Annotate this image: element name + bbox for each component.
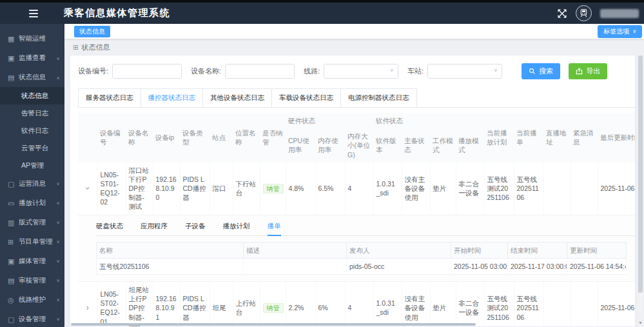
breadcrumb: ⊞ 状态信息	[73, 43, 110, 52]
line-select[interactable]: ∨	[324, 64, 398, 79]
sidebar-subitem-ap-mgmt[interactable]: AP管理	[0, 157, 64, 174]
subtab-sub-devices[interactable]: 子设备	[185, 221, 206, 235]
sidebar-item-label: 状态信息	[19, 73, 46, 82]
chevron-down-icon: ∨	[56, 278, 60, 282]
sidebar-item-label: 设备管理	[19, 315, 46, 324]
sidebar-item-monitor-view[interactable]: ▣监播查看∨	[0, 48, 64, 68]
sub-col-start-time: 开始时间	[451, 242, 508, 258]
search-icon	[529, 68, 536, 75]
col-device-ip: 设备ip	[153, 113, 180, 163]
device-name-label: 设备名称:	[191, 66, 221, 76]
sidebar: ▦智能运维▣监播查看∨▤状态信息∧状态信息告警日志软件日志云管平台AP管理▢运营…	[0, 24, 64, 327]
tab-server-status-log[interactable]: 服务器状态日志	[78, 88, 141, 107]
col-last-update: 最后更新时间	[598, 113, 635, 163]
app-header: 乘客信息媒体管理系统	[0, 3, 644, 24]
operation-message-icon: ▢	[8, 180, 19, 188]
header-actions	[557, 5, 639, 21]
sidebar-item-line-maintenance[interactable]: ◎线路维护∨	[0, 290, 64, 310]
col-current-playlist: 当前播单	[514, 113, 543, 163]
subtab-playlist[interactable]: 播单	[268, 221, 281, 236]
scroll-down-arrow-icon[interactable]: ▼	[638, 321, 643, 325]
chevron-up-icon: ∧	[56, 75, 60, 79]
sidebar-item-layout-mgmt[interactable]: ▥版式管理∨	[0, 213, 64, 232]
table-row: ›LN05-ST01-EQ12-02滘口站下行PDP控制器-测试192.168.…	[78, 163, 635, 215]
chevron-down-icon: ∨	[56, 317, 60, 321]
media-mgmt-icon: ▣	[8, 257, 19, 266]
col-device-name: 设备名称	[126, 113, 153, 163]
sidebar-subitem-cloud-platform[interactable]: 云管平台	[0, 139, 64, 157]
status-info-submenu: 状态信息告警日志软件日志云管平台AP管理	[0, 87, 64, 174]
sidebar-subitem-software-log[interactable]: 软件日志	[0, 122, 64, 139]
sidebar-item-media-mgmt[interactable]: ▣媒体管理∨	[0, 252, 64, 271]
expand-row-icon[interactable]: ›	[86, 302, 89, 313]
chevron-down-icon: ∨	[390, 68, 395, 73]
sidebar-item-status-info[interactable]: ▤状态信息∧	[0, 68, 64, 87]
chevron-down-icon: ∨	[632, 28, 636, 34]
filter-bar: 设备编号: 设备名称: 线路: ∨ 车站: ∨ 搜索 导出	[78, 63, 635, 79]
col-mem-size: 内存大小(单位G)	[345, 128, 373, 163]
subtab-disk-status[interactable]: 硬盘状态	[96, 221, 123, 235]
tab-other-device-status-log[interactable]: 其他设备状态日志	[202, 88, 272, 107]
chevron-down-icon: ∨	[56, 239, 60, 244]
tag-options-button[interactable]: 标签选项∨	[598, 25, 642, 38]
chevron-down-icon: ∨	[56, 259, 60, 263]
device-id-label: 设备编号:	[78, 66, 108, 76]
status-card: 设备编号: 设备名称: 线路: ∨ 车站: ∨ 搜索 导出 服务器状态日志	[70, 55, 636, 327]
sidebar-item-play-plan[interactable]: ▭播放计划∨	[0, 193, 64, 213]
tab-power-controller-status-log[interactable]: 电源控制器状态日志	[340, 88, 417, 107]
vertical-scrollbar-thumb[interactable]	[638, 55, 643, 293]
status-table-header: 设备编号 设备名称 设备ip 设备类型 站点 位置名称 是否纳管 硬件状态 软件…	[78, 113, 635, 163]
device-id-input[interactable]	[112, 64, 182, 79]
export-button[interactable]: 导出	[569, 63, 607, 79]
col-emergency-msg: 紧急消息	[571, 113, 598, 163]
subtab-applications[interactable]: 应用程序	[141, 221, 168, 235]
chevron-down-icon: ∨	[56, 297, 60, 302]
col-device-id: 设备编号	[97, 113, 126, 163]
sidebar-item-device-mgmt[interactable]: ▢设备管理∨	[0, 310, 64, 327]
hamburger-menu-icon[interactable]	[29, 10, 38, 17]
station-select[interactable]: ∨	[427, 64, 502, 79]
sub-col-end-time: 结束时间	[508, 242, 567, 258]
col-station: 站点	[210, 113, 233, 163]
col-master-standby: 主备状态	[402, 128, 430, 163]
vertical-scrollbar[interactable]	[638, 55, 643, 316]
sidebar-item-label: 智能运维	[19, 34, 46, 43]
group-software-status: 软件状态	[373, 113, 484, 128]
device-name-input[interactable]	[225, 64, 295, 79]
user-avatar[interactable]	[576, 5, 592, 21]
sidebar-item-review-mgmt[interactable]: ▤审核管理∨	[0, 271, 64, 290]
status-table: 设备编号 设备名称 设备ip 设备类型 站点 位置名称 是否纳管 硬件状态 软件…	[78, 113, 635, 327]
sidebar-item-label: 运营消息	[19, 179, 46, 188]
playlist-table: 名称 描述 发布人 开始时间 结束时间 更新时间 五号线20251106 pid…	[96, 242, 627, 275]
subtab-play-plan[interactable]: 播放计划	[223, 221, 250, 235]
device-mgmt-icon: ▢	[8, 315, 19, 324]
sidebar-subitem-alarm-log[interactable]: 告警日志	[0, 104, 64, 122]
smart-ops-icon: ▦	[8, 35, 19, 43]
sub-col-publisher: 发布人	[347, 242, 451, 258]
username-redacted	[600, 9, 639, 18]
col-live-url: 直播地址	[543, 113, 571, 163]
program-mgmt-icon: ⊞	[8, 238, 19, 246]
table-row: ›LN05-ST02-EQ12-01坦尾站上行PDP控制器-测试192.168.…	[78, 282, 635, 327]
active-page-tag[interactable]: 状态信息	[74, 26, 110, 37]
sidebar-item-program-mgmt[interactable]: ⊞节目单管理∨	[0, 232, 64, 252]
app-title: 乘客信息媒体管理系统	[64, 7, 170, 19]
fullscreen-icon[interactable]	[557, 8, 567, 19]
col-managed: 是否纳管	[260, 113, 286, 163]
chevron-down-icon: ∨	[56, 55, 60, 60]
tab-player-status-log[interactable]: 播控器状态日志	[141, 88, 204, 107]
tab-vehicle-device-status-log[interactable]: 车载设备状态日志	[271, 88, 341, 107]
managed-badge: 纳管	[263, 184, 284, 193]
grid-icon: ⊞	[73, 44, 78, 51]
search-button[interactable]: 搜索	[522, 63, 560, 79]
sidebar-subitem-status-info-sub[interactable]: 状态信息	[0, 87, 64, 104]
layout-mgmt-icon: ▥	[8, 219, 19, 227]
breadcrumb-label: 状态信息	[81, 43, 110, 52]
collapse-row-icon[interactable]: ›	[83, 187, 93, 190]
chevron-down-icon: ∨	[56, 181, 60, 186]
col-current-plan: 当前播放计划	[484, 113, 514, 163]
horizontal-scrollbar-thumb[interactable]	[71, 323, 476, 326]
sidebar-item-operation-message[interactable]: ▢运营消息∨	[0, 174, 64, 193]
sidebar-item-smart-ops[interactable]: ▦智能运维	[0, 29, 64, 48]
status-info-icon: ▤	[8, 74, 19, 82]
